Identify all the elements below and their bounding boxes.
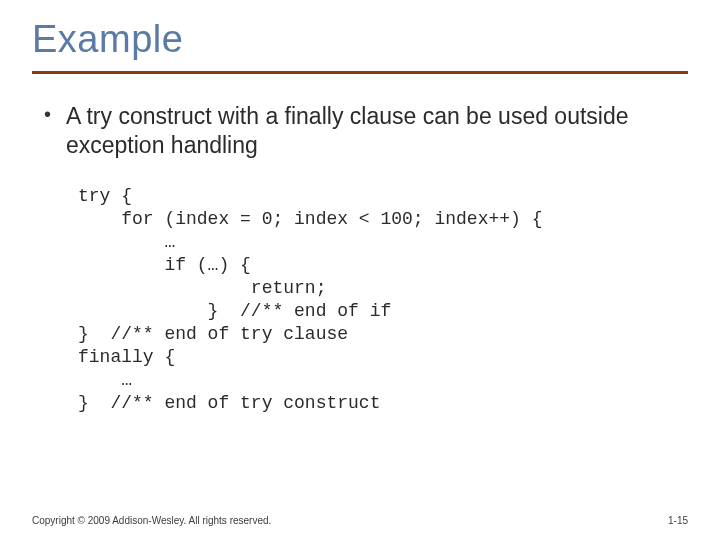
slide: Example A try construct with a finally c… — [0, 0, 720, 540]
slide-body: A try construct with a finally clause ca… — [32, 102, 688, 415]
title-underline — [32, 71, 688, 74]
code-block: try { for (index = 0; index < 100; index… — [78, 185, 688, 415]
slide-title: Example — [32, 18, 688, 61]
footer: Copyright © 2009 Addison-Wesley. All rig… — [32, 515, 688, 526]
page-number: 1-15 — [668, 515, 688, 526]
bullet-item: A try construct with a finally clause ca… — [40, 102, 686, 161]
copyright-text: Copyright © 2009 Addison-Wesley. All rig… — [32, 515, 271, 526]
bullet-list: A try construct with a finally clause ca… — [40, 102, 688, 161]
